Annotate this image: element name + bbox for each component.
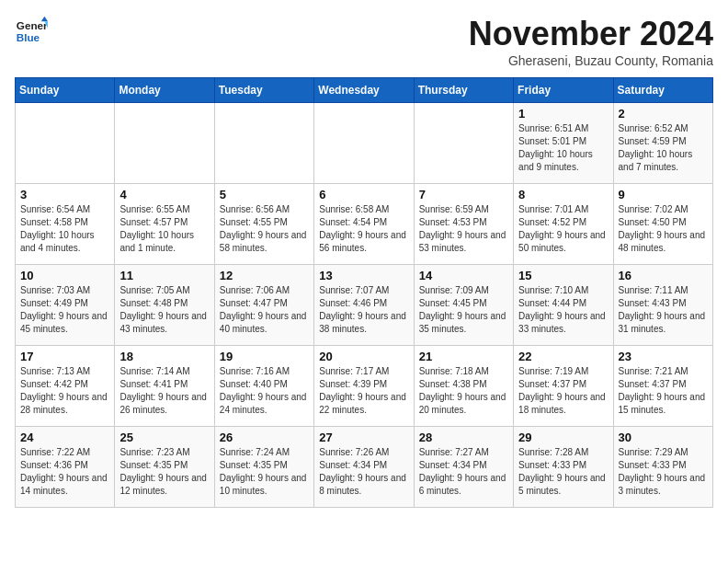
calendar-cell: 21Sunrise: 7:18 AM Sunset: 4:38 PM Dayli… [414,346,513,427]
cell-info: Sunrise: 6:56 AM Sunset: 4:55 PM Dayligh… [220,203,309,255]
cell-info: Sunrise: 7:07 AM Sunset: 4:46 PM Dayligh… [319,284,408,336]
cell-info: Sunrise: 7:29 AM Sunset: 4:33 PM Dayligh… [619,446,708,498]
cell-info: Sunrise: 7:13 AM Sunset: 4:42 PM Dayligh… [20,365,109,417]
calendar-cell: 22Sunrise: 7:19 AM Sunset: 4:37 PM Dayli… [514,346,613,427]
day-number: 25 [119,431,209,444]
cell-info: Sunrise: 7:21 AM Sunset: 4:37 PM Dayligh… [619,365,708,417]
calendar-cell: 8Sunrise: 7:01 AM Sunset: 4:52 PM Daylig… [514,184,613,265]
calendar-cell: 24Sunrise: 7:22 AM Sunset: 4:36 PM Dayli… [16,427,115,508]
cell-info: Sunrise: 7:05 AM Sunset: 4:48 PM Dayligh… [119,284,209,336]
calendar-cell: 23Sunrise: 7:21 AM Sunset: 4:37 PM Dayli… [613,346,712,427]
cell-info: Sunrise: 7:17 AM Sunset: 4:39 PM Dayligh… [319,365,408,417]
cell-info: Sunrise: 7:22 AM Sunset: 4:36 PM Dayligh… [20,446,109,498]
calendar-cell: 30Sunrise: 7:29 AM Sunset: 4:33 PM Dayli… [613,427,712,508]
calendar-cell [314,103,414,184]
day-number: 12 [220,269,309,282]
day-header-saturday: Saturday [613,78,712,103]
cell-info: Sunrise: 6:55 AM Sunset: 4:57 PM Dayligh… [119,203,209,255]
calendar-week-2: 3Sunrise: 6:54 AM Sunset: 4:58 PM Daylig… [16,184,713,265]
calendar-cell: 3Sunrise: 6:54 AM Sunset: 4:58 PM Daylig… [16,184,115,265]
cell-info: Sunrise: 6:51 AM Sunset: 5:01 PM Dayligh… [518,122,608,174]
day-number: 1 [518,107,608,121]
cell-info: Sunrise: 7:24 AM Sunset: 4:35 PM Dayligh… [220,446,309,498]
calendar-cell: 11Sunrise: 7:05 AM Sunset: 4:48 PM Dayli… [115,265,214,346]
day-number: 19 [220,350,309,363]
day-header-sunday: Sunday [16,78,115,103]
calendar-week-5: 24Sunrise: 7:22 AM Sunset: 4:36 PM Dayli… [16,427,713,508]
cell-info: Sunrise: 7:03 AM Sunset: 4:49 PM Dayligh… [20,284,109,336]
calendar-cell: 17Sunrise: 7:13 AM Sunset: 4:42 PM Dayli… [16,346,115,427]
day-number: 10 [20,269,109,282]
location-subtitle: Gheraseni, Buzau County, Romania [469,53,713,68]
day-number: 9 [619,188,708,201]
day-number: 30 [619,431,708,444]
day-header-wednesday: Wednesday [314,78,414,103]
day-number: 14 [419,269,508,282]
day-number: 24 [20,431,109,444]
day-number: 17 [20,350,109,363]
cell-info: Sunrise: 6:52 AM Sunset: 4:59 PM Dayligh… [619,122,708,174]
calendar-cell: 18Sunrise: 7:14 AM Sunset: 4:41 PM Dayli… [115,346,214,427]
cell-info: Sunrise: 7:26 AM Sunset: 4:34 PM Dayligh… [319,446,408,498]
cell-info: Sunrise: 6:58 AM Sunset: 4:54 PM Dayligh… [319,203,408,255]
calendar-cell [414,103,513,184]
day-number: 8 [518,188,608,201]
calendar-cell: 19Sunrise: 7:16 AM Sunset: 4:40 PM Dayli… [214,346,313,427]
cell-info: Sunrise: 7:02 AM Sunset: 4:50 PM Dayligh… [619,203,708,255]
day-number: 13 [319,269,408,282]
day-number: 18 [119,350,209,363]
title-block: November 2024 Gheraseni, Buzau County, R… [469,15,713,68]
cell-info: Sunrise: 7:28 AM Sunset: 4:33 PM Dayligh… [518,446,608,498]
day-number: 22 [518,350,608,363]
calendar-cell: 2Sunrise: 6:52 AM Sunset: 4:59 PM Daylig… [613,103,712,184]
calendar-cell: 6Sunrise: 6:58 AM Sunset: 4:54 PM Daylig… [314,184,414,265]
day-number: 27 [319,431,408,444]
page-header: General Blue November 2024 Gheraseni, Bu… [15,15,713,68]
cell-info: Sunrise: 7:06 AM Sunset: 4:47 PM Dayligh… [220,284,309,336]
calendar-week-4: 17Sunrise: 7:13 AM Sunset: 4:42 PM Dayli… [16,346,713,427]
day-number: 11 [119,269,209,282]
day-header-friday: Friday [514,78,613,103]
calendar-cell: 10Sunrise: 7:03 AM Sunset: 4:49 PM Dayli… [16,265,115,346]
cell-info: Sunrise: 7:27 AM Sunset: 4:34 PM Dayligh… [419,446,508,498]
calendar-cell [115,103,214,184]
cell-info: Sunrise: 7:09 AM Sunset: 4:45 PM Dayligh… [419,284,508,336]
calendar-cell: 29Sunrise: 7:28 AM Sunset: 4:33 PM Dayli… [514,427,613,508]
cell-info: Sunrise: 7:16 AM Sunset: 4:40 PM Dayligh… [220,365,309,417]
cell-info: Sunrise: 7:23 AM Sunset: 4:35 PM Dayligh… [119,446,209,498]
day-header-thursday: Thursday [414,78,513,103]
calendar-cell: 4Sunrise: 6:55 AM Sunset: 4:57 PM Daylig… [115,184,214,265]
calendar-cell: 7Sunrise: 6:59 AM Sunset: 4:53 PM Daylig… [414,184,513,265]
cell-info: Sunrise: 7:01 AM Sunset: 4:52 PM Dayligh… [518,203,608,255]
calendar-cell: 12Sunrise: 7:06 AM Sunset: 4:47 PM Dayli… [214,265,313,346]
calendar-cell: 25Sunrise: 7:23 AM Sunset: 4:35 PM Dayli… [115,427,214,508]
day-number: 20 [319,350,408,363]
cell-info: Sunrise: 7:14 AM Sunset: 4:41 PM Dayligh… [119,365,209,417]
calendar-cell: 16Sunrise: 7:11 AM Sunset: 4:43 PM Dayli… [613,265,712,346]
day-number: 26 [220,431,309,444]
calendar-table: SundayMondayTuesdayWednesdayThursdayFrid… [15,77,713,508]
calendar-cell: 26Sunrise: 7:24 AM Sunset: 4:35 PM Dayli… [214,427,313,508]
logo-icon: General Blue [15,15,48,48]
cell-info: Sunrise: 7:19 AM Sunset: 4:37 PM Dayligh… [518,365,608,417]
day-number: 2 [619,107,708,121]
calendar-cell: 27Sunrise: 7:26 AM Sunset: 4:34 PM Dayli… [314,427,414,508]
calendar-cell: 28Sunrise: 7:27 AM Sunset: 4:34 PM Dayli… [414,427,513,508]
calendar-cell: 14Sunrise: 7:09 AM Sunset: 4:45 PM Dayli… [414,265,513,346]
calendar-cell: 20Sunrise: 7:17 AM Sunset: 4:39 PM Dayli… [314,346,414,427]
day-number: 7 [419,188,508,201]
calendar-cell: 1Sunrise: 6:51 AM Sunset: 5:01 PM Daylig… [514,103,613,184]
calendar-cell [214,103,313,184]
day-header-tuesday: Tuesday [214,78,313,103]
day-header-monday: Monday [115,78,214,103]
day-number: 21 [419,350,508,363]
cell-info: Sunrise: 7:11 AM Sunset: 4:43 PM Dayligh… [619,284,708,336]
cell-info: Sunrise: 6:54 AM Sunset: 4:58 PM Dayligh… [20,203,109,255]
month-title: November 2024 [469,15,713,53]
calendar-week-1: 1Sunrise: 6:51 AM Sunset: 5:01 PM Daylig… [16,103,713,184]
day-number: 15 [518,269,608,282]
day-number: 16 [619,269,708,282]
day-number: 3 [20,188,109,201]
logo: General Blue [15,15,48,48]
cell-info: Sunrise: 7:18 AM Sunset: 4:38 PM Dayligh… [419,365,508,417]
